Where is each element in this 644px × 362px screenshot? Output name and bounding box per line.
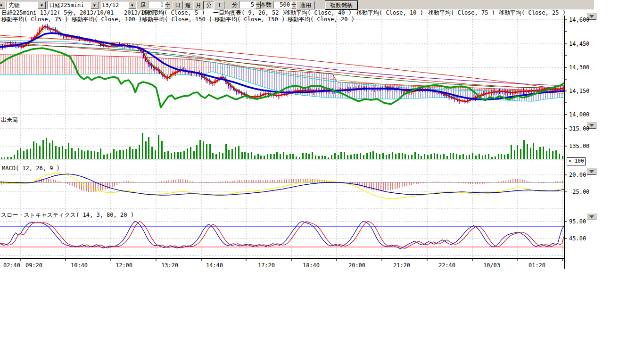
volume-axis-tick: 135.00 xyxy=(569,143,589,149)
stoch-panel-menu-button[interactable] xyxy=(586,213,596,220)
price-axis-tick: 14,600 xyxy=(569,17,589,23)
macd-axis-tick: 20.00 xyxy=(569,172,586,178)
legend-item: 日経225mini 13/12( 5分, 2013/10/01 - 2013/1… xyxy=(1,10,165,16)
chevron-down-icon xyxy=(589,124,594,127)
time-axis-tick: 18:40 xyxy=(303,263,320,268)
time-axis-tick: 10:40 xyxy=(71,263,88,268)
chevron-down-icon xyxy=(589,15,594,18)
stoch-axis-tick: 45.00 xyxy=(569,236,586,241)
chart-application-window: ▼ 先物 ▼ 日経225mini ▼ 13/12 ▼ 足 1 ▲▼ 日 週 月 … xyxy=(0,0,644,362)
legend-item: 移動平均( Close, 20 ) xyxy=(288,16,355,23)
price-axis-tick: 14,300 xyxy=(569,65,589,70)
legend-item: 移動平均( Close, 10 ) xyxy=(356,10,423,16)
stochastics-panel[interactable] xyxy=(0,216,564,258)
legend-item: 移動平均( Close, 5 ) xyxy=(141,10,205,16)
price-axis-tick: 14,450 xyxy=(569,41,589,47)
time-axis-tick: 02:40 xyxy=(3,263,20,268)
legend-item: 一目均衡表( 9, 26, 52 ) xyxy=(213,10,286,16)
time-axis-tick: 14:40 xyxy=(206,263,223,268)
chevron-down-icon xyxy=(589,170,594,173)
time-axis-tick: 22:40 xyxy=(438,263,455,268)
volume-panel-label: 出来高 xyxy=(1,117,18,123)
legend-item: 移動平均( Close, 75 ) xyxy=(1,16,68,23)
time-axis-tick: 21:20 xyxy=(393,263,410,268)
volume-multiplier-badge: × 100 xyxy=(567,157,586,165)
volume-axis-tick: 315.00 xyxy=(569,126,589,132)
macd-panel[interactable] xyxy=(0,166,564,210)
legend-item: 移動平均( Close, 100 ) xyxy=(72,16,142,23)
legend-item: 移動平均( Close, 150 ) xyxy=(142,16,212,23)
price-axis-tick: 14,150 xyxy=(569,88,589,94)
time-axis-tick: 10/03 xyxy=(483,263,500,268)
legend-item: 移動平均( Close, 25 ) xyxy=(499,10,566,16)
macd-panel-menu-button[interactable] xyxy=(586,168,596,175)
legend-item: 移動平均( Close, 75 ) xyxy=(428,10,495,16)
time-axis-tick: 09:20 xyxy=(25,263,42,268)
time-axis-tick: 01:20 xyxy=(528,263,545,268)
chevron-down-icon xyxy=(589,215,594,218)
macd-panel-label: MACD( 12, 26, 9 ) xyxy=(2,165,60,172)
time-axis-tick: 17:20 xyxy=(258,263,275,268)
price-axis-tick: 14,000 xyxy=(569,112,589,117)
volume-panel[interactable] xyxy=(0,119,564,159)
time-axis-tick: 12:00 xyxy=(116,263,132,268)
legend-item: 移動平均( Close, 150 ) xyxy=(215,16,285,23)
main-price-panel[interactable] xyxy=(0,16,564,116)
time-axis-tick: 20:00 xyxy=(348,263,365,268)
macd-axis-tick: -25.00 xyxy=(569,189,589,195)
stoch-axis-tick: 95.00 xyxy=(569,219,586,224)
legend-item: 移動平均( Close, 40 ) xyxy=(285,10,352,16)
time-axis-tick: 13:20 xyxy=(161,263,178,268)
stochastics-panel-label: スロー・ストキャスティクス( 14, 3, 80, 20 ) xyxy=(1,212,134,218)
